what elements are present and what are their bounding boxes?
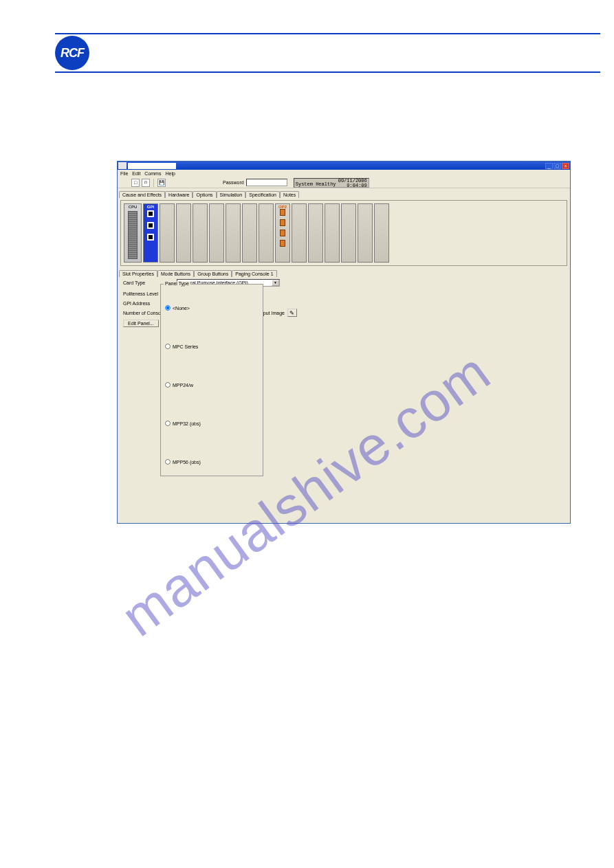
minimize-button[interactable]: _ <box>545 163 553 169</box>
slot-empty[interactable] <box>176 203 191 263</box>
slot-op2[interactable]: OP2 <box>275 203 290 263</box>
menu-edit[interactable]: Edit <box>132 171 140 176</box>
cpu-body-icon <box>128 211 138 259</box>
maximize-button[interactable]: □ <box>553 163 561 169</box>
status-text: System Healthy <box>296 182 336 187</box>
slot-empty[interactable] <box>358 203 373 263</box>
gpi-port-icon <box>147 222 154 229</box>
tab-options[interactable]: Options <box>193 191 216 198</box>
op2-port-icon <box>280 219 285 226</box>
op2-port-icon <box>280 240 285 247</box>
tab-simulation[interactable]: Simulation <box>217 191 246 198</box>
gpi-port-icon <box>147 234 154 241</box>
main-tabs: Cause and Effects Hardware Options Simul… <box>118 189 570 197</box>
slot-properties-form: Card Type General Purpose Interface (GPI… <box>120 278 567 529</box>
brand-logo: RCF <box>55 36 89 70</box>
op2-port-icon <box>280 209 285 216</box>
radio-mpp56-input[interactable] <box>165 459 171 465</box>
slot-cpu-label: CPU <box>124 205 141 209</box>
menu-help[interactable]: Help <box>165 171 175 176</box>
slot-empty[interactable] <box>341 203 356 263</box>
gpi-port-icon <box>147 210 154 217</box>
subtab-paging-console[interactable]: Paging Console 1 <box>232 270 276 277</box>
window-titlebar[interactable]: _ □ × <box>118 162 570 170</box>
tab-hardware[interactable]: Hardware <box>165 191 193 198</box>
slot-empty[interactable] <box>292 203 307 263</box>
slot-empty[interactable] <box>226 203 241 263</box>
menubar: File Edit Comms Help <box>118 170 570 177</box>
radio-mpp56-label: MPP56 (obs) <box>173 460 201 465</box>
panel-type-legend: Panel Type <box>164 281 190 286</box>
slot-empty[interactable] <box>374 203 389 263</box>
pencil-icon: ✎ <box>289 310 294 316</box>
window-title <box>128 163 176 169</box>
radio-none-input[interactable] <box>165 305 171 311</box>
slot-empty[interactable] <box>160 203 175 263</box>
password-input[interactable] <box>246 179 287 186</box>
header-rule-bottom <box>55 71 600 73</box>
hardware-rack: CPU GPI OP2 <box>120 200 567 266</box>
radio-mpp32-input[interactable] <box>165 421 171 426</box>
save-icon[interactable]: 💾 <box>157 179 166 187</box>
slot-empty[interactable] <box>325 203 340 263</box>
tab-notes[interactable]: Notes <box>280 191 299 198</box>
radio-mpc-label: MPC Series <box>173 344 198 349</box>
toolbar: □ ⌑ 💾 Password System Healthy 09/11/2006… <box>118 177 570 188</box>
radio-none-label: <None> <box>173 306 190 311</box>
slot-empty[interactable] <box>193 203 208 263</box>
slot-empty[interactable] <box>242 203 257 263</box>
menu-file[interactable]: File <box>120 171 128 176</box>
subtab-mode-buttons[interactable]: Mode Buttons <box>157 270 194 277</box>
op2-port-icon <box>280 230 285 236</box>
radio-mpp32-label: MPP32 (obs) <box>173 421 201 426</box>
new-file-icon[interactable]: □ <box>131 179 140 187</box>
application-window: _ □ × File Edit Comms Help □ ⌑ 💾 Passwor… <box>117 161 571 524</box>
chevron-down-icon[interactable]: ▼ <box>272 280 279 286</box>
radio-mpp24[interactable]: MPP24/w <box>161 382 193 388</box>
brand-logo-text: RCF <box>61 46 84 60</box>
radio-mpp32[interactable]: MPP32 (obs) <box>161 421 201 426</box>
slot-cpu[interactable]: CPU <box>124 203 142 263</box>
slot-gpi[interactable]: GPI <box>143 203 158 263</box>
slot-empty[interactable] <box>259 203 274 263</box>
app-icon <box>118 162 127 169</box>
close-button[interactable]: × <box>562 163 569 169</box>
slot-empty[interactable] <box>209 203 224 263</box>
system-status-box: System Healthy 09/11/2006 9:04:09 <box>294 178 369 188</box>
header-rule-top <box>55 33 600 34</box>
subtab-group-buttons[interactable]: Group Buttons <box>194 270 232 277</box>
slot-empty[interactable] <box>308 203 323 263</box>
radio-none[interactable]: <None> <box>161 305 190 311</box>
subtab-slot-properties[interactable]: Slot Properties <box>119 270 157 277</box>
open-file-icon[interactable]: ⌑ <box>142 179 150 187</box>
toolbar-separator <box>153 179 154 187</box>
tab-cause-effects[interactable]: Cause and Effects <box>119 191 165 198</box>
password-label: Password <box>223 180 244 185</box>
radio-mpp24-label: MPP24/w <box>173 383 193 388</box>
slot-gpi-label: GPI <box>144 205 157 209</box>
panel-type-groupbox: Panel Type <None> MPC Series MPP24/w MPP… <box>160 284 263 476</box>
radio-mpc[interactable]: MPC Series <box>161 344 198 349</box>
slot-op2-label: OP2 <box>276 205 289 209</box>
tab-specification[interactable]: Specification <box>245 191 280 198</box>
status-time: 9:04:09 <box>338 183 367 188</box>
radio-mpc-input[interactable] <box>165 344 171 349</box>
edit-panel-button[interactable]: Edit Panel... <box>123 320 159 327</box>
input-image-button[interactable]: ✎ <box>287 309 297 317</box>
sub-tabs: Slot Properties Mode Buttons Group Butto… <box>118 269 570 277</box>
radio-mpp56[interactable]: MPP56 (obs) <box>161 459 201 465</box>
menu-comms[interactable]: Comms <box>144 171 161 176</box>
radio-mpp24-input[interactable] <box>165 382 171 388</box>
